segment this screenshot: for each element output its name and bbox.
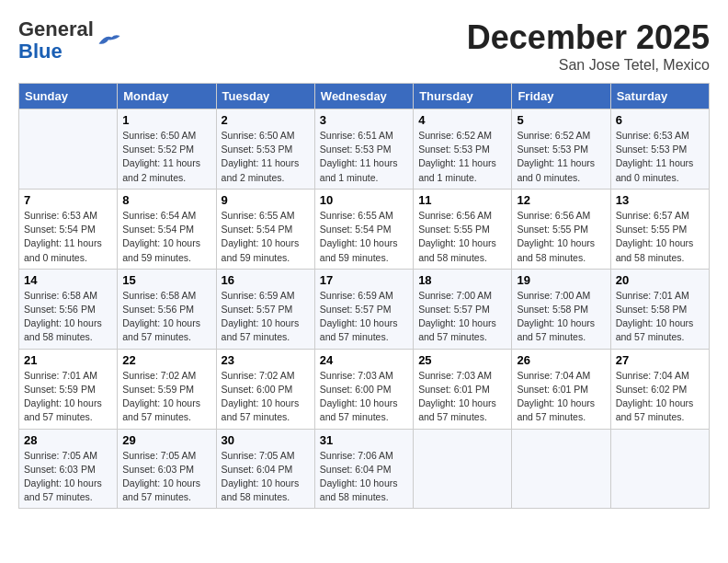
day-number: 4 xyxy=(418,113,506,127)
calendar-cell: 16Sunrise: 6:59 AMSunset: 5:57 PMDayligh… xyxy=(216,269,314,349)
day-number: 26 xyxy=(517,353,605,367)
day-info: Sunrise: 6:55 AMSunset: 5:54 PMDaylight:… xyxy=(222,209,310,265)
logo: General Blue xyxy=(18,18,121,63)
day-number: 6 xyxy=(616,113,704,127)
calendar-cell: 12Sunrise: 6:56 AMSunset: 5:55 PMDayligh… xyxy=(512,189,610,269)
calendar-cell: 1Sunrise: 6:50 AMSunset: 5:52 PMDaylight… xyxy=(118,109,216,190)
day-number: 8 xyxy=(122,193,210,207)
calendar-cell: 22Sunrise: 7:02 AMSunset: 5:59 PMDayligh… xyxy=(118,349,216,429)
day-number: 20 xyxy=(616,273,704,287)
day-number: 24 xyxy=(320,353,408,367)
calendar-week-row: 21Sunrise: 7:01 AMSunset: 5:59 PMDayligh… xyxy=(19,349,710,429)
day-number: 15 xyxy=(122,273,210,287)
calendar-cell xyxy=(512,429,610,509)
day-info: Sunrise: 6:56 AMSunset: 5:55 PMDaylight:… xyxy=(517,209,605,265)
calendar-cell: 9Sunrise: 6:55 AMSunset: 5:54 PMDaylight… xyxy=(216,189,314,269)
day-number: 22 xyxy=(122,353,210,367)
weekday-header-sunday: Sunday xyxy=(19,84,118,109)
day-info: Sunrise: 6:58 AMSunset: 5:56 PMDaylight:… xyxy=(122,289,210,345)
day-info: Sunrise: 7:00 AMSunset: 5:57 PMDaylight:… xyxy=(418,289,506,345)
weekday-header-monday: Monday xyxy=(118,84,216,109)
calendar-cell xyxy=(19,109,118,190)
day-info: Sunrise: 6:58 AMSunset: 5:56 PMDaylight:… xyxy=(24,289,112,345)
day-number: 1 xyxy=(122,113,210,127)
calendar-cell: 23Sunrise: 7:02 AMSunset: 6:00 PMDayligh… xyxy=(216,349,314,429)
calendar-cell: 6Sunrise: 6:53 AMSunset: 5:53 PMDaylight… xyxy=(610,109,709,190)
day-info: Sunrise: 6:54 AMSunset: 5:54 PMDaylight:… xyxy=(122,209,210,265)
location: San Jose Tetel, Mexico xyxy=(467,57,710,74)
day-info: Sunrise: 7:02 AMSunset: 6:00 PMDaylight:… xyxy=(222,369,310,425)
day-number: 10 xyxy=(320,193,408,207)
day-info: Sunrise: 7:03 AMSunset: 6:00 PMDaylight:… xyxy=(320,369,408,425)
day-info: Sunrise: 7:05 AMSunset: 6:04 PMDaylight:… xyxy=(222,449,310,505)
day-info: Sunrise: 6:53 AMSunset: 5:53 PMDaylight:… xyxy=(616,129,704,185)
day-info: Sunrise: 7:04 AMSunset: 6:01 PMDaylight:… xyxy=(517,369,605,425)
day-number: 23 xyxy=(222,353,310,367)
day-number: 7 xyxy=(24,193,112,207)
calendar-cell: 2Sunrise: 6:50 AMSunset: 5:53 PMDaylight… xyxy=(216,109,314,190)
day-info: Sunrise: 6:51 AMSunset: 5:53 PMDaylight:… xyxy=(320,129,408,185)
weekday-header-row: SundayMondayTuesdayWednesdayThursdayFrid… xyxy=(19,84,710,109)
calendar-cell: 4Sunrise: 6:52 AMSunset: 5:53 PMDaylight… xyxy=(414,109,512,190)
calendar-cell xyxy=(610,429,709,509)
day-info: Sunrise: 7:05 AMSunset: 6:03 PMDaylight:… xyxy=(122,449,210,505)
calendar-cell: 11Sunrise: 6:56 AMSunset: 5:55 PMDayligh… xyxy=(414,189,512,269)
calendar-cell: 13Sunrise: 6:57 AMSunset: 5:55 PMDayligh… xyxy=(610,189,709,269)
calendar-cell: 26Sunrise: 7:04 AMSunset: 6:01 PMDayligh… xyxy=(512,349,610,429)
day-info: Sunrise: 7:04 AMSunset: 6:02 PMDaylight:… xyxy=(616,369,704,425)
calendar-week-row: 28Sunrise: 7:05 AMSunset: 6:03 PMDayligh… xyxy=(19,429,710,509)
calendar-cell: 14Sunrise: 6:58 AMSunset: 5:56 PMDayligh… xyxy=(19,269,118,349)
calendar-cell xyxy=(414,429,512,509)
calendar-cell: 5Sunrise: 6:52 AMSunset: 5:53 PMDaylight… xyxy=(512,109,610,190)
day-number: 18 xyxy=(418,273,506,287)
weekday-header-saturday: Saturday xyxy=(610,84,709,109)
day-info: Sunrise: 6:53 AMSunset: 5:54 PMDaylight:… xyxy=(24,209,112,265)
calendar-week-row: 14Sunrise: 6:58 AMSunset: 5:56 PMDayligh… xyxy=(19,269,710,349)
logo-blue: Blue xyxy=(18,40,63,63)
weekday-header-thursday: Thursday xyxy=(414,84,512,109)
day-number: 9 xyxy=(222,193,310,207)
calendar-cell: 29Sunrise: 7:05 AMSunset: 6:03 PMDayligh… xyxy=(118,429,216,509)
calendar-cell: 15Sunrise: 6:58 AMSunset: 5:56 PMDayligh… xyxy=(118,269,216,349)
day-number: 2 xyxy=(222,113,310,127)
calendar-cell: 20Sunrise: 7:01 AMSunset: 5:58 PMDayligh… xyxy=(610,269,709,349)
day-number: 25 xyxy=(418,353,506,367)
day-info: Sunrise: 6:55 AMSunset: 5:54 PMDaylight:… xyxy=(320,209,408,265)
day-info: Sunrise: 6:59 AMSunset: 5:57 PMDaylight:… xyxy=(320,289,408,345)
calendar-cell: 8Sunrise: 6:54 AMSunset: 5:54 PMDaylight… xyxy=(118,189,216,269)
day-number: 31 xyxy=(320,433,408,447)
calendar-week-row: 1Sunrise: 6:50 AMSunset: 5:52 PMDaylight… xyxy=(19,109,710,190)
calendar-cell: 21Sunrise: 7:01 AMSunset: 5:59 PMDayligh… xyxy=(19,349,118,429)
title-block: December 2025 San Jose Tetel, Mexico xyxy=(467,18,710,74)
day-info: Sunrise: 6:52 AMSunset: 5:53 PMDaylight:… xyxy=(517,129,605,185)
day-info: Sunrise: 7:00 AMSunset: 5:58 PMDaylight:… xyxy=(517,289,605,345)
day-number: 11 xyxy=(418,193,506,207)
day-number: 12 xyxy=(517,193,605,207)
calendar-cell: 17Sunrise: 6:59 AMSunset: 5:57 PMDayligh… xyxy=(314,269,413,349)
day-info: Sunrise: 6:56 AMSunset: 5:55 PMDaylight:… xyxy=(418,209,506,265)
day-number: 21 xyxy=(24,353,112,367)
day-number: 28 xyxy=(24,433,112,447)
day-info: Sunrise: 7:02 AMSunset: 5:59 PMDaylight:… xyxy=(122,369,210,425)
page-header: General Blue December 2025 San Jose Tete… xyxy=(18,18,710,74)
day-number: 5 xyxy=(517,113,605,127)
weekday-header-tuesday: Tuesday xyxy=(216,84,314,109)
day-number: 14 xyxy=(24,273,112,287)
logo-general: General xyxy=(18,17,94,40)
day-info: Sunrise: 7:05 AMSunset: 6:03 PMDaylight:… xyxy=(24,449,112,505)
day-number: 30 xyxy=(222,433,310,447)
logo-bird-icon xyxy=(96,30,121,51)
calendar-week-row: 7Sunrise: 6:53 AMSunset: 5:54 PMDaylight… xyxy=(19,189,710,269)
calendar-cell: 31Sunrise: 7:06 AMSunset: 6:04 PMDayligh… xyxy=(314,429,413,509)
day-info: Sunrise: 6:57 AMSunset: 5:55 PMDaylight:… xyxy=(616,209,704,265)
day-info: Sunrise: 7:03 AMSunset: 6:01 PMDaylight:… xyxy=(418,369,506,425)
calendar-cell: 19Sunrise: 7:00 AMSunset: 5:58 PMDayligh… xyxy=(512,269,610,349)
calendar-cell: 7Sunrise: 6:53 AMSunset: 5:54 PMDaylight… xyxy=(19,189,118,269)
day-info: Sunrise: 7:01 AMSunset: 5:59 PMDaylight:… xyxy=(24,369,112,425)
calendar-cell: 27Sunrise: 7:04 AMSunset: 6:02 PMDayligh… xyxy=(610,349,709,429)
calendar-table: SundayMondayTuesdayWednesdayThursdayFrid… xyxy=(18,83,710,509)
weekday-header-friday: Friday xyxy=(512,84,610,109)
day-info: Sunrise: 6:50 AMSunset: 5:52 PMDaylight:… xyxy=(122,129,210,185)
day-number: 13 xyxy=(616,193,704,207)
day-info: Sunrise: 7:06 AMSunset: 6:04 PMDaylight:… xyxy=(320,449,408,505)
